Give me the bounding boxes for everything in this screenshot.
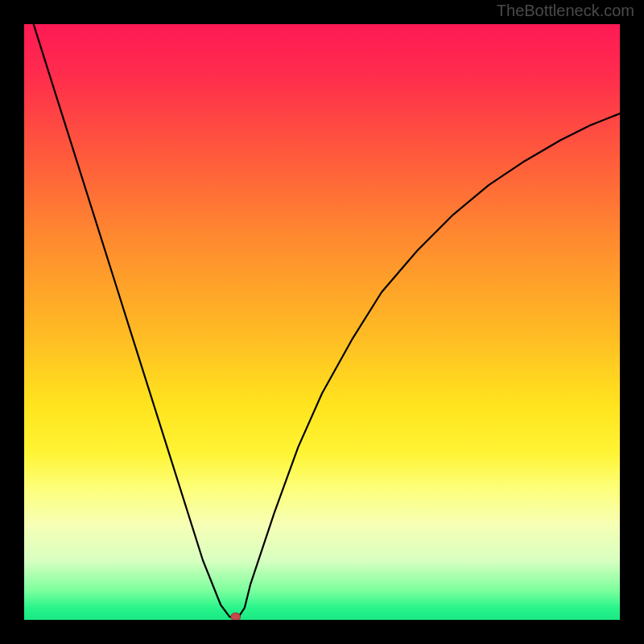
plot-area [24,24,620,620]
optimal-point-marker [231,613,241,620]
curve-svg [24,24,620,620]
bottleneck-curve [24,24,620,617]
watermark-text: TheBottleneck.com [497,2,634,20]
